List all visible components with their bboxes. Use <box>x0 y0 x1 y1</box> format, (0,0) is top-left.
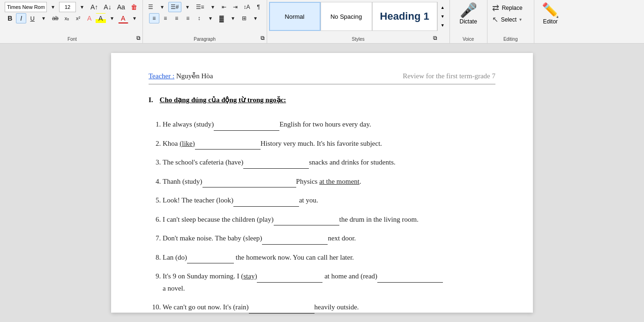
paragraph-row2: ≡ ≡ ≡ ≡ ↕ ▾ ▓ ▾ ⊞ ▾ <box>149 13 261 23</box>
blank-6 <box>274 213 339 226</box>
align-right-button[interactable]: ≡ <box>172 13 182 23</box>
multilevel-button[interactable]: ☰≡ <box>194 2 207 12</box>
section-roman: I. <box>149 96 153 104</box>
doc-title-text: Review for the first term-grade 7 <box>403 72 495 80</box>
teacher-info: Teacher : Nguyễn Hòa <box>149 72 213 80</box>
section-heading-row: I. Cho dạng đúng của động từ trong ngoặc… <box>149 96 495 111</box>
dictate-label[interactable]: Dictate <box>459 18 477 25</box>
editing-section: ⇄ Replace ↖ Select ▾ Editing <box>487 0 534 43</box>
list-item: Look! The teacher (look) at you. <box>163 194 495 207</box>
font-color-button[interactable]: A <box>118 13 128 23</box>
list-item: Khoa (like) History very much. It's his … <box>163 137 495 150</box>
subscript-button[interactable]: x₂ <box>62 13 72 23</box>
styles-section: Normal No Spacing Heading 1 ▲ ▼ ▼ Styles… <box>267 0 450 43</box>
superscript-button[interactable]: x² <box>73 13 83 23</box>
shading-button[interactable]: ▓ <box>217 13 227 23</box>
paragraph-expand-icon[interactable]: ⧉ <box>261 35 265 42</box>
justify-button[interactable]: ≡ <box>183 13 193 23</box>
clear-formatting-button[interactable]: 🗑 <box>128 2 140 12</box>
blank-5 <box>233 194 299 207</box>
voice-label: Voice <box>450 37 487 42</box>
align-left-button[interactable]: ≡ <box>149 13 159 23</box>
blank-2 <box>195 137 261 150</box>
strikethrough-button[interactable]: ab <box>50 13 60 23</box>
borders-button[interactable]: ⊞ <box>239 13 249 23</box>
list-item: He always (study) English for two hours … <box>163 118 495 131</box>
font-name-input[interactable] <box>5 2 47 12</box>
editor-section: ✏️ Editor <box>534 0 567 43</box>
replace-row: ⇄ Replace <box>492 3 529 13</box>
decrease-font-button[interactable]: A↓ <box>101 2 113 12</box>
blank-9b <box>377 270 443 283</box>
styles-more-icon: ▼ <box>441 23 445 28</box>
paragraph-label: Paragraph <box>143 37 267 42</box>
paragraph-section: ☰ ▾ ☰# ▾ ☰≡ ▾ ⇤ ⇥ ↕A ¶ ≡ ≡ ≡ ≡ ↕ ▾ ▓ ▾ ⊞… <box>143 0 267 43</box>
blank-7 <box>262 232 328 245</box>
styles-expand-icon[interactable]: ⧉ <box>433 35 437 42</box>
replace-icon: ⇄ <box>492 3 499 13</box>
style-heading1-button[interactable]: Heading 1 <box>372 2 437 31</box>
styles-up-icon: ▲ <box>441 5 445 10</box>
font-color-dropdown[interactable]: ▾ <box>129 13 140 23</box>
list-item: Don't make noise. The baby (sleep) next … <box>163 232 495 245</box>
blank-4 <box>202 175 296 188</box>
styles-down-icon: ▼ <box>441 14 445 19</box>
borders-dropdown[interactable]: ▾ <box>250 13 261 23</box>
show-marks-button[interactable]: ¶ <box>254 2 264 12</box>
increase-indent-button[interactable]: ⇥ <box>230 2 240 12</box>
select-button[interactable]: Select <box>501 16 517 23</box>
sort-button[interactable]: ↕A <box>241 2 253 12</box>
document-area: Teacher : Nguyễn Hòa Review for the firs… <box>0 44 644 322</box>
decrease-indent-button[interactable]: ⇤ <box>219 2 229 12</box>
style-nospacing-button[interactable]: No Spacing <box>321 2 372 31</box>
numbering-button[interactable]: ☰# <box>168 2 181 12</box>
line-spacing-dropdown[interactable]: ▾ <box>205 13 216 23</box>
align-center-button[interactable]: ≡ <box>160 13 171 23</box>
blank-8 <box>187 251 234 264</box>
bullets-dropdown[interactable]: ▾ <box>157 2 167 12</box>
highlight-button[interactable]: A <box>96 13 106 23</box>
list-item: Lan (do) the homework now. You can call … <box>163 251 495 264</box>
change-case-button[interactable]: Aa <box>115 2 127 12</box>
teacher-label: Teacher : <box>149 72 174 80</box>
voice-section: 🎤 Dictate Voice <box>450 0 487 43</box>
highlight-dropdown[interactable]: ▾ <box>107 13 117 23</box>
italic-button[interactable]: I <box>16 13 26 23</box>
font-size-input[interactable] <box>59 2 76 12</box>
styles-expand-button[interactable]: ▲ ▼ ▼ <box>437 2 448 31</box>
font-size-dropdown[interactable]: ▾ <box>77 2 87 12</box>
increase-font-button[interactable]: A↑ <box>88 2 100 12</box>
doc-page: Teacher : Nguyễn Hòa Review for the firs… <box>111 53 533 313</box>
cursor-icon: ↖ <box>492 15 498 24</box>
line-spacing-button[interactable]: ↕ <box>194 13 204 23</box>
styles-label: Styles <box>267 37 449 42</box>
font-row2: B I U ▾ ab x₂ x² A A ▾ A ▾ <box>5 13 139 23</box>
style-nospacing-label: No Spacing <box>330 13 362 20</box>
list-item: I can't sleep because the children (play… <box>163 213 495 226</box>
replace-button[interactable]: Replace <box>502 5 523 11</box>
select-dropdown-icon[interactable]: ▾ <box>519 17 522 22</box>
exercise-list: He always (study) English for two hours … <box>149 118 495 314</box>
doc-header: Teacher : Nguyễn Hòa Review for the firs… <box>149 72 495 84</box>
font-name-dropdown[interactable]: ▾ <box>48 2 58 12</box>
styles-row: Normal No Spacing Heading 1 ▲ ▼ ▼ <box>269 2 448 31</box>
multilevel-dropdown[interactable]: ▾ <box>208 2 218 12</box>
font-expand-icon[interactable]: ⧉ <box>136 35 141 42</box>
style-heading1-label: Heading 1 <box>380 10 429 22</box>
underline-button[interactable]: U <box>27 13 37 23</box>
font-section: ▾ ▾ A↑ A↓ Aa 🗑 B I U ▾ ab x₂ x² A A ▾ A … <box>2 0 143 43</box>
style-normal-button[interactable]: Normal <box>269 2 321 31</box>
select-row: ↖ Select ▾ <box>492 15 529 24</box>
numbering-dropdown[interactable]: ▾ <box>182 2 193 12</box>
font-label: Font <box>2 37 142 42</box>
bold-button[interactable]: B <box>5 13 15 23</box>
text-effects-button[interactable]: A <box>84 13 95 23</box>
underline-dropdown[interactable]: ▾ <box>38 13 49 23</box>
blank-10 <box>249 301 315 314</box>
editor-icon: ✏️ <box>542 2 559 18</box>
list-item: It's 9 on Sunday morning. I (stay) at ho… <box>163 270 495 294</box>
stay-underlined: stay) <box>243 272 257 280</box>
bullets-button[interactable]: ☰ <box>146 2 156 12</box>
shading-dropdown[interactable]: ▾ <box>228 13 238 23</box>
editor-button[interactable]: Editor <box>543 18 557 25</box>
